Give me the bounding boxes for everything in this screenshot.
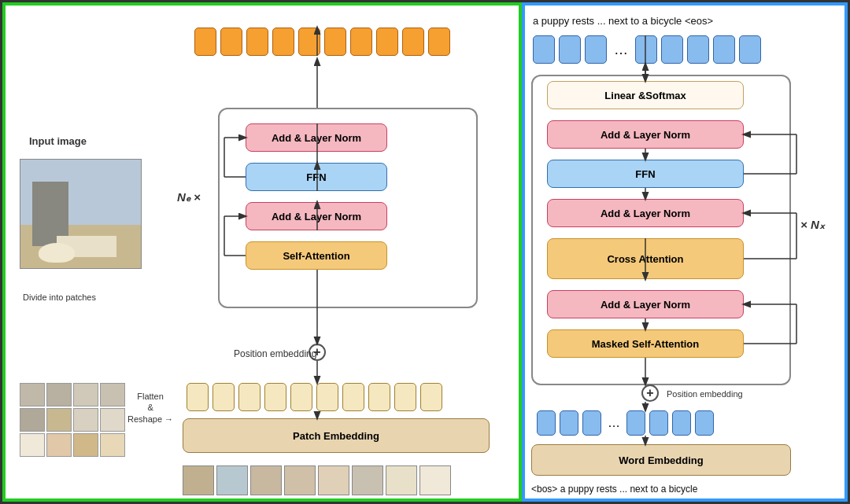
token [559, 35, 581, 64]
token [635, 35, 657, 64]
token [220, 28, 242, 56]
token [324, 28, 346, 56]
ffn-left: FFN [246, 163, 387, 191]
self-attention: Self-Attention [246, 241, 387, 270]
patch-token [316, 383, 338, 411]
token [246, 28, 268, 56]
left-panel: Add & Layer Norm FFN Add & Layer Norm Se… [2, 2, 522, 502]
flatten-label: Flatten&Reshape → [128, 391, 173, 425]
sentence-bottom: <bos> a puppy rests ... next to a bicycl… [531, 484, 697, 495]
patch-token [342, 383, 364, 411]
token [428, 28, 450, 56]
patches-grid [20, 383, 125, 457]
ffn-right: FFN [547, 160, 744, 188]
patch-token [368, 383, 390, 411]
patch-tokens [187, 383, 442, 411]
word-token [537, 410, 556, 436]
word-tokens: … [537, 410, 714, 436]
patch-token [238, 383, 261, 411]
position-embedding-left: Position embedding [234, 348, 316, 359]
token [739, 35, 761, 64]
sentence-top: a puppy rests ... next to a bicycle <eos… [533, 15, 713, 27]
token [533, 35, 555, 64]
patch-token [213, 383, 235, 411]
patch-embedding: Patch Embedding [183, 418, 490, 453]
right-panel: a puppy rests ... next to a bicycle <eos… [522, 2, 848, 502]
patch-token [290, 383, 312, 411]
nd-multiplier: × Nₓ [800, 218, 825, 232]
output-tokens-right: … [533, 35, 761, 64]
token [661, 35, 683, 64]
input-image [20, 159, 142, 269]
token [194, 28, 216, 56]
word-embedding: Word Embedding [531, 444, 791, 476]
patch-token [264, 383, 286, 411]
word-token [649, 410, 668, 436]
add-layer-norm-2: Add & Layer Norm [547, 199, 744, 227]
token [713, 35, 735, 64]
patch-token [420, 383, 442, 411]
word-token [582, 410, 601, 436]
token [376, 28, 398, 56]
plus-circle-right: + [641, 384, 659, 402]
add-layer-norm-bottom: Add & Layer Norm [246, 202, 387, 230]
patch-token [187, 383, 209, 411]
word-token [695, 410, 714, 436]
word-token [560, 410, 578, 436]
main-container: Add & Layer Norm FFN Add & Layer Norm Se… [0, 0, 850, 504]
add-layer-norm-1: Add & Layer Norm [547, 290, 744, 318]
token [298, 28, 320, 56]
cross-attention: Cross Attention [547, 238, 744, 279]
ne-multiplier: Nₑ × [177, 190, 201, 204]
word-token [672, 410, 691, 436]
add-layer-norm-3: Add & Layer Norm [547, 120, 744, 149]
linear-softmax: Linear &Softmax [547, 81, 744, 109]
token [272, 28, 294, 56]
token [402, 28, 424, 56]
divide-label: Divide into patches [23, 292, 96, 302]
add-layer-norm-top: Add & Layer Norm [246, 123, 387, 152]
token [350, 28, 372, 56]
token [687, 35, 709, 64]
output-tokens-left [194, 28, 450, 56]
small-patches-row [183, 465, 451, 495]
word-token [626, 410, 645, 436]
position-embedding-right: Position embedding [667, 389, 743, 399]
input-image-label: Input image [29, 135, 87, 147]
patch-token [394, 383, 416, 411]
token [585, 35, 607, 64]
masked-self-attention: Masked Self-Attention [547, 329, 744, 358]
